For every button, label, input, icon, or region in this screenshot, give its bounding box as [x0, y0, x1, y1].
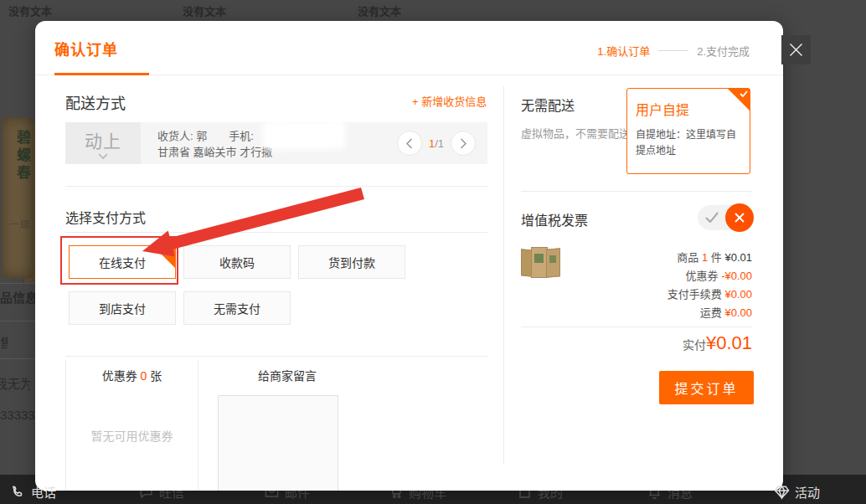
bg-divider [0, 321, 35, 321]
coupon-unit: 张 [150, 369, 162, 383]
product-bag-label [534, 254, 544, 263]
payment-heading: 选择支付方式 [65, 207, 146, 227]
prev-address-button[interactable] [397, 131, 422, 156]
chevron-right-icon [460, 138, 467, 149]
bg-partial-char: 售 [0, 333, 8, 351]
shipping-none-option[interactable]: 无需配送 虚拟物品，不需要配送 [521, 95, 631, 142]
section-divider [521, 191, 752, 192]
confirm-order-modal: 确认订单 1.确认订单 2.支付完成 配送方式 + 新增收货信息 动上 收货人:… [35, 21, 783, 491]
check-icon [165, 248, 173, 255]
summary-freight-line: 运费 ¥0.00 [700, 304, 752, 320]
pickup-title: 用户自提 [636, 99, 741, 119]
section-divider [521, 327, 752, 327]
modal-title: 确认订单 [54, 38, 118, 59]
bg-product-image: 碧螺春 一级 [2, 117, 34, 278]
submit-order-button[interactable]: 提交订单 [659, 371, 754, 404]
freight-value: ¥0.00 [724, 306, 752, 319]
item-qty: 1 [702, 251, 708, 264]
step-divider [658, 50, 688, 51]
carrier-label: 动上 [85, 127, 121, 152]
pager-count: 1/1 [429, 137, 444, 150]
chevron-down-icon [98, 153, 108, 159]
active-tab-underline [54, 73, 149, 75]
item-label: 商品 [677, 251, 698, 264]
pager-total: /1 [435, 137, 444, 150]
x-icon [734, 212, 745, 224]
fee-label: 支付手续费 [668, 288, 722, 301]
bg-divider [0, 283, 35, 284]
invoice-toggle[interactable] [698, 205, 751, 230]
shipping-none-desc: 虚拟物品，不需要配送 [521, 125, 631, 142]
nav-item-phone[interactable]: 电话 [10, 483, 56, 501]
section-divider [65, 186, 487, 187]
payment-option-cod[interactable]: 货到付款 [298, 245, 405, 279]
product-thumbnail [521, 245, 564, 280]
chevron-left-icon [405, 138, 413, 149]
bg-top-text: 没有文本 [183, 3, 226, 18]
address-text: 甘肃省 嘉峪关市 才行撒 [157, 144, 397, 160]
pickup-option-selected[interactable]: 用户自提 自提地址：这里填写自提点地址 [626, 88, 750, 174]
bg-product-name: 碧螺春 [3, 130, 33, 183]
invoice-heading: 增值税发票 [521, 209, 588, 229]
freight-label: 运费 [700, 306, 722, 319]
address-info: 收货人: 郭手机: 甘肃省 嘉峪关市 才行撒 [141, 122, 397, 164]
address-card[interactable]: 动上 收货人: 郭手机: 甘肃省 嘉峪关市 才行撒 1/1 [65, 122, 487, 164]
check-icon [705, 212, 719, 223]
payment-option-label: 收款码 [219, 254, 255, 270]
coupon-panel: 优惠券 0 张 暂无可用优惠券 [65, 360, 198, 491]
bg-product-grade: 一级 [9, 217, 31, 230]
coupon-count: 0 [141, 369, 147, 383]
close-button[interactable] [781, 35, 811, 64]
payment-option-instore[interactable]: 到店支付 [69, 291, 176, 325]
invoice-off-state [725, 203, 754, 232]
coupon-label: 优惠券 [102, 369, 137, 383]
phone-number-redaction [266, 124, 342, 147]
total-value: ¥0.01 [706, 332, 752, 353]
summary-coupon-line: 优惠券 -¥0.00 [685, 267, 752, 283]
pickup-desc: 自提地址：这里填写自提点地址 [636, 127, 741, 159]
coupon-line-value: -¥0.00 [721, 270, 752, 282]
checkout-steps: 1.确认订单 2.支付完成 [597, 43, 750, 59]
delivery-heading: 配送方式 [65, 91, 126, 113]
nav-item-activity[interactable]: 活动 [774, 483, 820, 501]
bg-divider [0, 358, 35, 359]
payment-option-label: 在线支付 [99, 254, 146, 270]
section-divider [65, 356, 487, 357]
phone-icon [10, 484, 26, 500]
payment-heading-divider [65, 232, 487, 233]
bg-numbers: 3333333333 [0, 408, 35, 422]
phone-label: 手机: [229, 130, 254, 142]
shipping-none-title: 无需配送 [521, 95, 631, 115]
coupon-title: 优惠券 0 张 [66, 367, 198, 383]
step-confirm-order: 1.确认订单 [597, 43, 650, 59]
payment-option-nopay[interactable]: 无需支付 [183, 291, 291, 325]
payment-option-label: 到店支付 [99, 300, 146, 316]
message-heading: 给商家留言 [199, 367, 375, 383]
add-address-link[interactable]: + 新增收货信息 [412, 93, 487, 109]
step-payment-complete: 2.支付完成 [697, 43, 750, 59]
message-textarea[interactable] [218, 395, 338, 491]
check-icon [740, 90, 748, 97]
payment-option-qrcode[interactable]: 收款码 [183, 245, 291, 279]
coupon-line-label: 优惠券 [685, 270, 718, 282]
bg-partial-line: 我无为 [0, 374, 30, 392]
total-label: 实付 [683, 338, 706, 352]
bg-top-text: 没有文本 [8, 3, 52, 18]
item-qty-unit: 件 [711, 251, 722, 264]
summary-fee-line: 支付手续费 ¥0.00 [668, 285, 752, 301]
merchant-message-panel: 给商家留言 [199, 360, 375, 491]
bg-partial-info: 品信息 [0, 288, 35, 306]
item-value: ¥0.01 [724, 251, 752, 264]
address-pager: 1/1 [397, 122, 487, 164]
bg-top-text: 没有文本 [358, 3, 401, 18]
close-icon [787, 41, 805, 59]
next-address-button[interactable] [451, 131, 476, 156]
payment-option-label: 货到付款 [328, 254, 375, 270]
payment-option-online[interactable]: 在线支付 [69, 245, 176, 279]
column-divider [503, 86, 504, 465]
total-row: 实付¥0.01 [683, 332, 752, 354]
nav-item-label: 活动 [795, 483, 820, 501]
fee-value: ¥0.00 [724, 288, 752, 301]
product-bag [546, 248, 560, 277]
delivery-carrier-tab[interactable]: 动上 [65, 122, 141, 164]
